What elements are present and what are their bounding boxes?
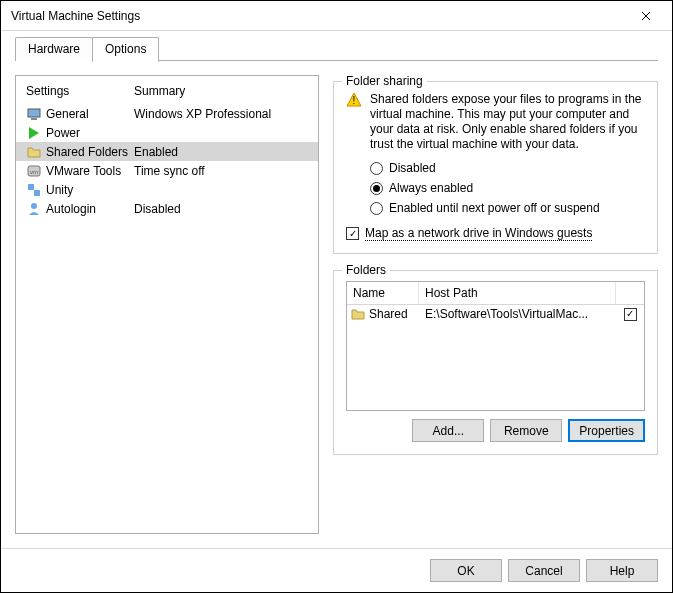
play-icon xyxy=(26,125,42,141)
table-row[interactable]: Shared E:\Software\Tools\VirtualMac... ✓ xyxy=(347,305,644,323)
header-name[interactable]: Name xyxy=(347,282,419,304)
row-enabled-checkbox[interactable]: ✓ xyxy=(624,308,637,321)
list-item[interactable]: Autologin Disabled xyxy=(16,199,318,218)
tab-strip: Hardware Options xyxy=(1,31,672,61)
folders-table: Name Host Path Shared E:\Software\Tools\… xyxy=(346,281,645,411)
header-host-path[interactable]: Host Path xyxy=(419,282,616,304)
unity-icon xyxy=(26,182,42,198)
detail-panel: Folder sharing ! Shared folders expose y… xyxy=(333,75,658,534)
map-drive-label: Map as a network drive in Windows guests xyxy=(365,226,592,241)
monitor-icon xyxy=(26,106,42,122)
add-button[interactable]: Add... xyxy=(412,419,484,442)
group-legend: Folders xyxy=(342,263,390,277)
svg-rect-5 xyxy=(28,184,34,190)
list-item[interactable]: Power xyxy=(16,123,318,142)
help-button[interactable]: Help xyxy=(586,559,658,582)
warning-icon: ! xyxy=(346,92,362,108)
close-button[interactable] xyxy=(626,2,666,30)
folder-sharing-group: Folder sharing ! Shared folders expose y… xyxy=(333,81,658,254)
content-area: Settings Summary General Windows XP Prof… xyxy=(1,61,672,548)
header-enabled xyxy=(616,282,644,304)
list-item[interactable]: General Windows XP Professional xyxy=(16,104,318,123)
close-icon xyxy=(641,11,651,21)
radio-icon xyxy=(370,182,383,195)
svg-rect-1 xyxy=(31,118,37,120)
tab-options[interactable]: Options xyxy=(92,37,159,62)
settings-list: General Windows XP Professional Power Sh… xyxy=(16,104,318,533)
folder-icon xyxy=(351,307,365,321)
svg-rect-0 xyxy=(28,109,40,117)
radio-icon xyxy=(370,202,383,215)
header-settings: Settings xyxy=(26,84,134,98)
warning-row: ! Shared folders expose your files to pr… xyxy=(346,92,645,152)
folder-icon xyxy=(26,144,42,160)
ok-button[interactable]: OK xyxy=(430,559,502,582)
radio-always-enabled[interactable]: Always enabled xyxy=(370,178,645,198)
group-legend: Folder sharing xyxy=(342,74,427,88)
svg-text:!: ! xyxy=(353,95,356,106)
checkbox-icon: ✓ xyxy=(346,227,359,240)
map-drive-checkbox[interactable]: ✓ Map as a network drive in Windows gues… xyxy=(346,226,645,241)
radio-disabled[interactable]: Disabled xyxy=(370,158,645,178)
svg-marker-2 xyxy=(29,127,39,139)
header-summary: Summary xyxy=(134,84,185,98)
vm-icon: vm xyxy=(26,163,42,179)
svg-rect-6 xyxy=(34,190,40,196)
titlebar: Virtual Machine Settings xyxy=(1,1,672,31)
cancel-button[interactable]: Cancel xyxy=(508,559,580,582)
sharing-radio-group: Disabled Always enabled Enabled until ne… xyxy=(346,158,645,218)
warning-text: Shared folders expose your files to prog… xyxy=(370,92,645,152)
folders-table-header: Name Host Path xyxy=(347,282,644,305)
svg-point-7 xyxy=(31,203,37,209)
column-headers: Settings Summary xyxy=(16,76,318,104)
user-icon xyxy=(26,201,42,217)
svg-text:vm: vm xyxy=(30,169,38,175)
radio-enabled-until[interactable]: Enabled until next power off or suspend xyxy=(370,198,645,218)
dialog-footer: OK Cancel Help xyxy=(1,548,672,592)
window-title: Virtual Machine Settings xyxy=(11,9,140,23)
remove-button[interactable]: Remove xyxy=(490,419,562,442)
tab-hardware[interactable]: Hardware xyxy=(15,37,93,61)
radio-icon xyxy=(370,162,383,175)
properties-button[interactable]: Properties xyxy=(568,419,645,442)
settings-list-panel: Settings Summary General Windows XP Prof… xyxy=(15,75,319,534)
list-item[interactable]: vm VMware Tools Time sync off xyxy=(16,161,318,180)
list-item[interactable]: Unity xyxy=(16,180,318,199)
folders-button-row: Add... Remove Properties xyxy=(346,419,645,442)
folders-group: Folders Name Host Path Shared E:\Softwar… xyxy=(333,270,658,455)
list-item[interactable]: Shared Folders Enabled xyxy=(16,142,318,161)
